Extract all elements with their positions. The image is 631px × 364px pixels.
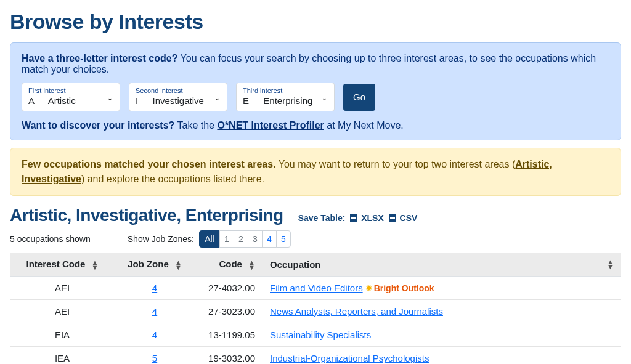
occupation-cell: News Analysts, Reporters, and Journalist… <box>263 300 621 323</box>
job-zone-button-group: All12345 <box>199 230 291 248</box>
sort-icon[interactable]: ▲▼ <box>248 260 255 270</box>
job-zone-all[interactable]: All <box>199 230 220 248</box>
results-section-title: Artistic, Investigative, Enterprising <box>10 206 283 225</box>
discover-interests-line: Want to discover your interests? Take th… <box>22 120 609 131</box>
code-cell: 27-4032.00 <box>195 277 263 300</box>
job-zone-link[interactable]: 4 <box>152 283 157 293</box>
col-occupation[interactable]: Occupation ▲▼ <box>263 253 621 277</box>
first-interest-label: First interest <box>28 87 113 94</box>
col-interest-code[interactable]: Interest Code ▲▼ <box>10 253 115 277</box>
occupations-count: 5 occupations shown <box>10 234 91 244</box>
table-row: IEA519-3032.00Industrial-Organizational … <box>10 347 621 364</box>
sort-icon[interactable]: ▲▼ <box>175 260 182 270</box>
sort-icon[interactable]: ▲▼ <box>92 260 99 270</box>
interest-code-help-bold: Have a three-letter interest code? <box>22 53 177 63</box>
chevron-down-icon: ⌄ <box>107 92 113 102</box>
occupation-cell: Film and Video Editors✹Bright Outlook <box>263 277 621 300</box>
discover-pre: Take the <box>174 120 217 131</box>
code-cell: 27-3023.00 <box>195 300 263 323</box>
interest-code-cell: AEI <box>10 277 115 300</box>
job-zone-cell: 5 <box>115 347 195 364</box>
table-row: EIA413-1199.05Sustainability Specialists <box>10 323 621 347</box>
job-zone-1[interactable]: 1 <box>219 230 234 248</box>
job-zone-5[interactable]: 5 <box>276 230 291 248</box>
few-matches-pre: You may want to return to your top two i… <box>276 159 516 169</box>
interest-profiler-link[interactable]: O*NET Interest Profiler <box>217 120 324 131</box>
job-zone-link[interactable]: 5 <box>152 353 157 363</box>
section-heading-row: Artistic, Investigative, Enterprising Sa… <box>10 206 621 225</box>
table-row: AEI427-4032.00Film and Video Editors✹Bri… <box>10 277 621 300</box>
interest-code-panel: Have a three-letter interest code? You c… <box>10 42 621 140</box>
job-zone-3[interactable]: 3 <box>248 230 263 248</box>
job-zone-link[interactable]: 4 <box>152 306 157 317</box>
col-job-zone[interactable]: Job Zone ▲▼ <box>115 253 195 277</box>
job-zone-4[interactable]: 4 <box>262 230 277 248</box>
sort-icon[interactable]: ▲▼ <box>607 259 614 269</box>
second-interest-select[interactable]: Second interest I — Investigative ⌄ <box>129 83 227 111</box>
save-table-label: Save Table: <box>298 213 346 223</box>
page-title: Browse by Interests <box>10 10 621 34</box>
save-csv-link[interactable]: CSV <box>400 213 418 223</box>
chevron-down-icon: ⌄ <box>321 92 328 102</box>
code-cell: 19-3032.00 <box>195 347 263 364</box>
interest-code-help: Have a three-letter interest code? You c… <box>22 53 609 75</box>
col-job-zone-label: Job Zone <box>128 259 169 269</box>
third-interest-value: E — Enterprising <box>243 95 328 106</box>
interest-code-cell: IEA <box>10 347 115 364</box>
discover-post: at My Next Move. <box>324 120 404 131</box>
few-matches-bold: Few occupations matched your chosen inte… <box>22 159 276 169</box>
col-interest-code-label: Interest Code <box>26 259 86 269</box>
job-zone-cell: 4 <box>115 300 195 323</box>
third-interest-label: Third interest <box>243 87 328 94</box>
first-interest-value: A — Artistic <box>28 95 113 106</box>
col-code-label: Code <box>219 259 242 269</box>
occupation-link[interactable]: News Analysts, Reporters, and Journalist… <box>270 306 443 317</box>
job-zones-label: Show Job Zones: <box>128 234 194 244</box>
csv-file-icon <box>389 214 396 222</box>
second-interest-value: I — Investigative <box>136 95 221 106</box>
interest-code-cell: EIA <box>10 323 115 347</box>
job-zone-cell: 4 <box>115 277 195 300</box>
col-code[interactable]: Code ▲▼ <box>195 253 263 277</box>
discover-bold: Want to discover your interests? <box>22 120 174 131</box>
table-row: AEI427-3023.00News Analysts, Reporters, … <box>10 300 621 323</box>
save-xlsx-link[interactable]: XLSX <box>361 213 384 223</box>
xlsx-file-icon <box>350 214 357 222</box>
few-matches-post: ) and explore the occupations listed the… <box>81 174 264 184</box>
job-zone-filters: Show Job Zones: All12345 <box>128 230 291 248</box>
job-zone-link[interactable]: 4 <box>152 330 157 340</box>
go-button[interactable]: Go <box>343 84 375 111</box>
chevron-down-icon: ⌄ <box>214 92 221 102</box>
occupations-table: Interest Code ▲▼ Job Zone ▲▼ Code ▲▼ Occ… <box>10 253 621 364</box>
occupation-cell: Sustainability Specialists <box>263 323 621 347</box>
bright-outlook-label: Bright Outlook <box>374 283 434 293</box>
interest-code-cell: AEI <box>10 300 115 323</box>
filter-row: 5 occupations shown Show Job Zones: All1… <box>10 230 621 248</box>
few-matches-alert: Few occupations matched your chosen inte… <box>10 148 621 196</box>
code-cell: 13-1199.05 <box>195 323 263 347</box>
occupation-cell: Industrial-Organizational Psychologists <box>263 347 621 364</box>
third-interest-select[interactable]: Third interest E — Enterprising ⌄ <box>236 83 335 111</box>
first-interest-select[interactable]: First interest A — Artistic ⌄ <box>22 83 120 111</box>
bright-outlook-icon: ✹ <box>365 283 373 293</box>
job-zone-2[interactable]: 2 <box>234 230 248 248</box>
occupation-link[interactable]: Sustainability Specialists <box>270 330 371 340</box>
second-interest-label: Second interest <box>136 87 221 94</box>
job-zone-cell: 4 <box>115 323 195 347</box>
occupation-link[interactable]: Film and Video Editors <box>270 283 363 293</box>
col-occupation-label: Occupation <box>270 259 321 270</box>
interest-selects-row: First interest A — Artistic ⌄ Second int… <box>22 83 609 111</box>
occupation-link[interactable]: Industrial-Organizational Psychologists <box>270 353 429 363</box>
save-table-controls: Save Table: XLSX CSV <box>298 213 418 223</box>
